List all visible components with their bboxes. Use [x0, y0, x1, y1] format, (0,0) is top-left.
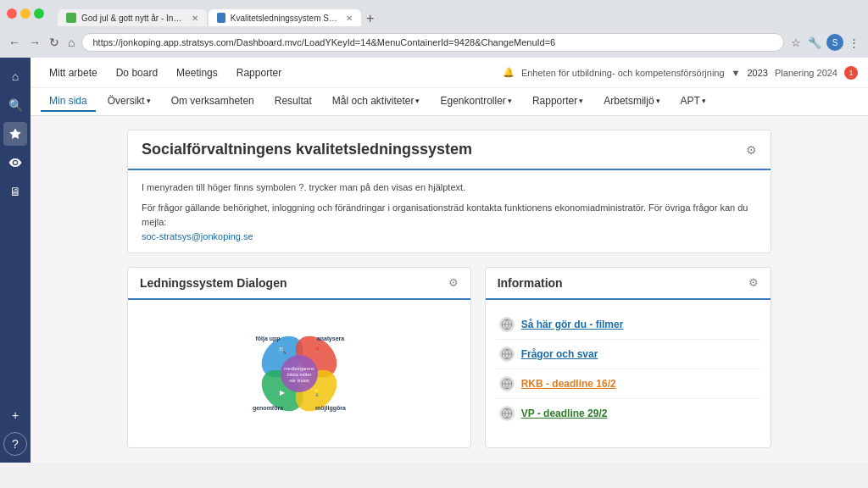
- subnav-resultat[interactable]: Resultat: [266, 92, 320, 112]
- info-link-item-4: VP - deadline 29/2: [496, 399, 760, 428]
- bell-icon[interactable]: 🔔: [503, 67, 515, 78]
- subnav-rapporter[interactable]: Rapporter ▾: [524, 92, 592, 112]
- menu-icon[interactable]: ⋮: [847, 35, 861, 51]
- svg-text:▶: ▶: [280, 389, 286, 396]
- bookmark-icon[interactable]: ☆: [789, 35, 803, 51]
- tab-close-1[interactable]: ✕: [192, 14, 198, 23]
- address-bar-input[interactable]: [81, 33, 784, 52]
- nav-rapporter[interactable]: Rapporter: [228, 64, 290, 82]
- subnav-arbetsmiljo[interactable]: Arbetsmiljö ▾: [595, 92, 668, 112]
- tab-close-2[interactable]: ✕: [346, 14, 353, 23]
- subnav-mal-aktiviteter[interactable]: Mål och aktiviteter ▾: [324, 92, 429, 112]
- left-sidebar: ⌂ 🔍 🖥 + ?: [0, 58, 31, 463]
- info-link-text-3[interactable]: RKB - deadline 16/2: [521, 378, 616, 390]
- subnav-min-sida[interactable]: Min sida: [41, 92, 96, 112]
- subnav-apt[interactable]: APT ▾: [672, 92, 715, 112]
- info-link-item-1: Så här gör du - filmer: [496, 310, 760, 340]
- tab-label-1: God jul & gott nytt år - Intrans...: [81, 14, 183, 23]
- address-bar-row: ← → ↻ ⌂ ☆ 🔧 S ⋮: [0, 27, 868, 58]
- nav-links: Mitt arbete Do board Meetings Rapporter: [41, 64, 290, 82]
- tab-favicon-2: [217, 13, 225, 23]
- subnav-om-verksamheten[interactable]: Om verksamheten: [163, 92, 263, 112]
- subnav-oversikt[interactable]: Översikt ▾: [99, 92, 159, 112]
- sidebar-icon-monitor[interactable]: 🖥: [3, 180, 27, 203]
- svg-text:💡: 💡: [313, 388, 321, 396]
- tab-label-2: Kvalitetsledningssystem SOC - S...: [231, 14, 337, 23]
- subnav-egenkontroller[interactable]: Egenkontroller ▾: [431, 92, 520, 112]
- main-content: Socialförvaltningens kvalitetsledningssy…: [31, 116, 868, 463]
- browser-tab-2[interactable]: Kvalitetsledningssystem SOC - S... ✕: [209, 9, 361, 26]
- window-controls: [7, 8, 44, 19]
- chevron-down-icon-5: ▾: [656, 97, 660, 105]
- bottom-panels: Ledningssystem Dialogen ⚙: [127, 267, 771, 448]
- year-label: 2023: [748, 68, 768, 78]
- star-icon: [8, 127, 22, 141]
- globe-icon-3: [499, 376, 515, 391]
- main-card-email[interactable]: soc-stratsys@jonkoping.se: [142, 231, 253, 241]
- info-link-text-2[interactable]: Frågor och svar: [521, 348, 598, 360]
- planning-label: Planering 2024: [775, 68, 837, 78]
- svg-text:bästa möter: bästa möter: [287, 372, 311, 377]
- svg-text:följa upp: följa upp: [255, 336, 280, 342]
- reload-button[interactable]: ↻: [47, 34, 61, 51]
- notification-badge[interactable]: 1: [844, 66, 858, 80]
- svg-text:analysera: analysera: [317, 336, 344, 342]
- maximize-button[interactable]: [34, 8, 44, 19]
- sidebar-icon-help[interactable]: ?: [3, 432, 27, 456]
- sidebar-icon-plus[interactable]: +: [3, 403, 27, 427]
- dropdown-arrow-unit[interactable]: ▼: [732, 68, 741, 78]
- back-button[interactable]: ←: [7, 34, 22, 51]
- sidebar-icon-star[interactable]: [3, 122, 27, 146]
- tab-bar: God jul & gott nytt år - Intrans... ✕ Kv…: [51, 1, 861, 26]
- nav-meetings[interactable]: Meetings: [168, 64, 226, 82]
- info-link-item-3: RKB - deadline 16/2: [496, 369, 760, 399]
- chevron-down-icon-3: ▾: [508, 97, 512, 105]
- info-link-text-4[interactable]: VP - deadline 29/2: [521, 408, 608, 419]
- information-panel: Information ⚙ Så här gör du - filmer: [485, 267, 771, 448]
- info-link-text-1[interactable]: Så här gör du - filmer: [521, 319, 624, 330]
- toolbar-icons: ☆ 🔧 S ⋮: [789, 34, 861, 51]
- main-card-title: Socialförvaltningens kvalitetsledningssy…: [142, 141, 472, 158]
- info-link-item-2: Frågor och svar: [496, 340, 760, 369]
- chevron-down-icon-2: ▾: [415, 97, 420, 105]
- close-button[interactable]: [7, 8, 17, 19]
- information-panel-title: Information: [498, 276, 563, 290]
- sidebar-icon-eye[interactable]: [3, 151, 27, 175]
- nav-mitt-arbete[interactable]: Mitt arbete: [41, 64, 106, 82]
- information-panel-body: Så här gör du - filmer Frågor och svar: [486, 300, 771, 438]
- diagram-area: 🔍 📍 ▶ 💡 följa upp analysera möjliggöra g…: [138, 310, 460, 437]
- ledningssystem-panel-body: 🔍 📍 ▶ 💡 följa upp analysera möjliggöra g…: [128, 300, 470, 447]
- main-card-header: Socialförvaltningens kvalitetsledningssy…: [128, 130, 771, 170]
- svg-text:📍: 📍: [313, 346, 321, 354]
- nav-do-board[interactable]: Do board: [108, 64, 166, 82]
- main-card-settings-icon[interactable]: ⚙: [746, 143, 757, 157]
- ledningssystem-panel: Ledningssystem Dialogen ⚙: [127, 267, 471, 448]
- profile-icon[interactable]: S: [826, 34, 843, 51]
- extensions-icon[interactable]: 🔧: [806, 35, 823, 51]
- svg-text:möjliggöra: möjliggöra: [315, 405, 346, 412]
- sidebar-icon-search[interactable]: 🔍: [3, 93, 27, 117]
- browser-tab-1[interactable]: God jul & gott nytt år - Intrans... ✕: [58, 9, 207, 26]
- new-tab-button[interactable]: +: [363, 11, 377, 26]
- svg-text:🔍: 🔍: [278, 346, 287, 354]
- information-panel-header: Information ⚙: [486, 268, 771, 300]
- ledningssystem-panel-title: Ledningssystem Dialogen: [140, 276, 287, 290]
- sub-nav: Min sida Översikt ▾ Om verksamheten Resu…: [31, 88, 868, 115]
- chevron-down-icon: ▾: [147, 97, 151, 105]
- ledningssystem-panel-header: Ledningssystem Dialogen ⚙: [128, 268, 470, 300]
- forward-button[interactable]: →: [27, 34, 42, 51]
- svg-text:medborgarens: medborgarens: [284, 366, 314, 371]
- title-bar: God jul & gott nytt år - Intrans... ✕ Kv…: [0, 0, 868, 27]
- main-info-card: Socialförvaltningens kvalitetsledningssy…: [127, 130, 771, 253]
- flower-diagram: 🔍 📍 ▶ 💡 följa upp analysera möjliggöra g…: [236, 310, 363, 437]
- eye-icon: [8, 156, 22, 169]
- information-settings-icon[interactable]: ⚙: [748, 276, 759, 289]
- ledningssystem-settings-icon[interactable]: ⚙: [448, 276, 459, 289]
- globe-icon-1: [499, 317, 515, 332]
- top-nav: Mitt arbete Do board Meetings Rapporter …: [31, 58, 868, 116]
- svg-text:vår insats: vår insats: [289, 378, 309, 383]
- home-button[interactable]: ⌂: [66, 34, 76, 51]
- minimize-button[interactable]: [20, 8, 31, 19]
- sidebar-icon-home[interactable]: ⌂: [3, 64, 27, 88]
- main-card-paragraph-2: För frågor gällande behörighet, inloggni…: [142, 201, 757, 230]
